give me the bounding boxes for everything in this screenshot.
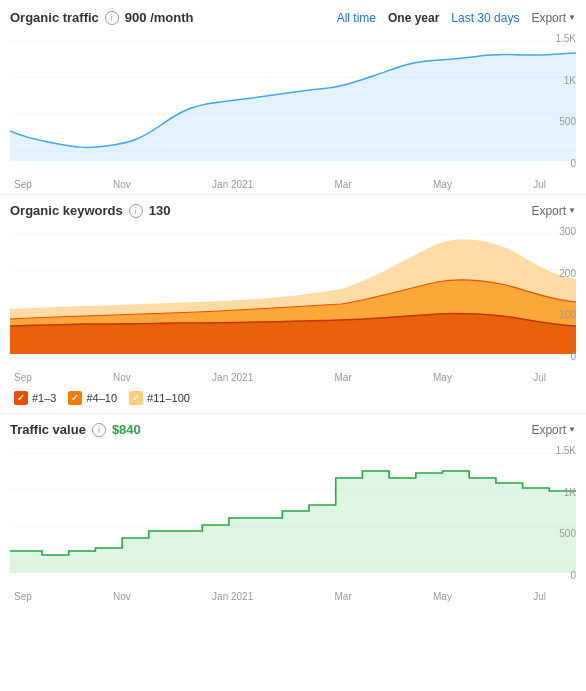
organic-keywords-value: 130 xyxy=(149,203,171,218)
keywords-y-labels: 300 200 100 0 xyxy=(546,224,576,364)
organic-keywords-title: Organic keywords xyxy=(10,203,123,218)
keywords-x-axis: Sep Nov Jan 2021 Mar May Jul xyxy=(10,370,576,387)
chevron-down-icon-keywords: ▼ xyxy=(568,206,576,215)
info-icon-value: i xyxy=(92,423,106,437)
keywords-chart: 300 200 100 0 xyxy=(10,224,576,364)
export-traffic[interactable]: Export ▼ xyxy=(531,11,576,25)
organic-traffic-value: 900 /month xyxy=(125,10,194,25)
organic-keywords-section: Organic keywords i 130 Export ▼ xyxy=(0,194,586,413)
filter-one-year[interactable]: One year xyxy=(388,11,439,25)
export-keywords[interactable]: Export ▼ xyxy=(531,204,576,218)
legend-item-11-100: ✓ #11–100 xyxy=(129,391,190,405)
traffic-x-axis: Sep Nov Jan 2021 Mar May Jul xyxy=(10,177,576,194)
traffic-chart: 1.5K 1K 500 0 xyxy=(10,31,576,171)
traffic-y-labels: 1.5K 1K 500 0 xyxy=(546,31,576,171)
traffic-value-title: Traffic value xyxy=(10,422,86,437)
filter-all-time[interactable]: All time xyxy=(337,11,376,25)
organic-traffic-title: Organic traffic xyxy=(10,10,99,25)
info-icon-traffic: i xyxy=(105,11,119,25)
traffic-value-amount: $840 xyxy=(112,422,141,437)
value-chart: 1.5K 1K 500 0 xyxy=(10,443,576,583)
legend-item-4-10: ✓ #4–10 xyxy=(68,391,117,405)
value-y-labels: 1.5K 1K 500 0 xyxy=(546,443,576,583)
chevron-down-icon-value: ▼ xyxy=(568,425,576,434)
value-x-axis: Sep Nov Jan 2021 Mar May Jul xyxy=(10,589,576,606)
info-icon-keywords: i xyxy=(129,204,143,218)
export-value[interactable]: Export ▼ xyxy=(531,423,576,437)
organic-traffic-section: Organic traffic i 900 /month All time On… xyxy=(0,0,586,194)
legend-item-1-3: ✓ #1–3 xyxy=(14,391,56,405)
traffic-value-section: Traffic value i $840 Export ▼ 1. xyxy=(0,413,586,606)
chevron-down-icon: ▼ xyxy=(568,13,576,22)
filter-last-30[interactable]: Last 30 days xyxy=(451,11,519,25)
keywords-legend: ✓ #1–3 ✓ #4–10 ✓ #11–100 xyxy=(10,387,576,413)
